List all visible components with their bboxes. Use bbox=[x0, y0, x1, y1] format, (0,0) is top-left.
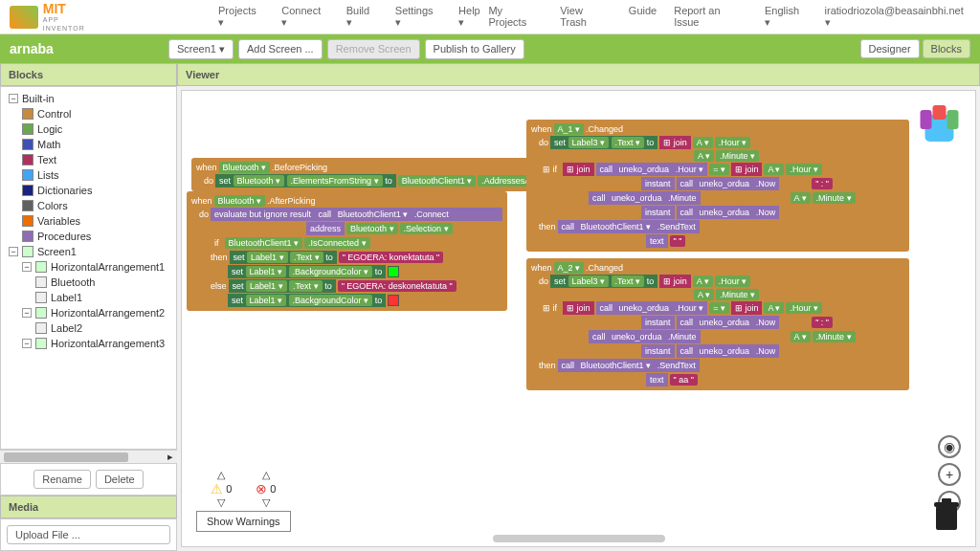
chevron-up-icon[interactable]: △ bbox=[217, 469, 225, 481]
tree-label2[interactable]: Label2 bbox=[32, 320, 172, 336]
left-panel: Blocks −Built-in Control Logic Math Text… bbox=[0, 63, 177, 551]
menu-account[interactable]: iratiodriozola@beasainbhi.net ▾ bbox=[825, 5, 970, 29]
top-menu: Projects ▾ Connect ▾ Build ▾ Settings ▾ … bbox=[218, 5, 488, 29]
publish-button[interactable]: Publish to Gallery bbox=[425, 39, 524, 59]
svg-rect-1 bbox=[921, 110, 932, 129]
trash-icon[interactable] bbox=[932, 498, 961, 532]
svg-rect-4 bbox=[936, 506, 957, 530]
block-bluetooth-afterpicking[interactable]: whenBluetooth ▾.AfterPicking doevaluate … bbox=[187, 191, 507, 311]
link-viewtrash[interactable]: View Trash bbox=[560, 5, 612, 29]
warnings-area: △⚠0▽ △⊗0▽ Show Warnings bbox=[196, 469, 291, 532]
cat-procedures[interactable]: Procedures bbox=[18, 229, 172, 244]
logo-sub: APP INVENTOR bbox=[43, 16, 85, 32]
error-icon: ⊗ bbox=[256, 481, 267, 496]
center-button[interactable]: ◉ bbox=[938, 435, 961, 458]
chevron-down-icon[interactable]: ▽ bbox=[262, 496, 270, 509]
remove-screen-button[interactable]: Remove Screen bbox=[327, 39, 420, 59]
svg-rect-6 bbox=[942, 498, 951, 503]
logo-brand: MIT bbox=[43, 1, 66, 16]
svg-rect-3 bbox=[933, 105, 947, 120]
menu-build[interactable]: Build ▾ bbox=[346, 5, 378, 29]
tree-scrollbar[interactable]: ▸ bbox=[0, 450, 177, 463]
tree-harr1[interactable]: HorizontalArrangement1 bbox=[51, 261, 165, 273]
link-myprojects[interactable]: My Projects bbox=[488, 5, 543, 29]
delete-button[interactable]: Delete bbox=[96, 470, 144, 489]
collapse-icon[interactable]: − bbox=[9, 247, 18, 256]
logo[interactable]: MITAPP INVENTOR bbox=[10, 2, 103, 33]
blocks-canvas[interactable]: whenBluetooth ▾.BeforePicking doset Blue… bbox=[181, 90, 976, 547]
warning-count: 0 bbox=[226, 483, 232, 495]
tree-builtin[interactable]: Built-in bbox=[22, 93, 55, 104]
project-bar: arnaba Screen1 ▾ Add Screen ... Remove S… bbox=[0, 34, 980, 63]
show-warnings-button[interactable]: Show Warnings bbox=[196, 511, 291, 532]
svg-rect-2 bbox=[947, 110, 959, 129]
cat-control[interactable]: Control bbox=[18, 106, 172, 121]
blocks-tree[interactable]: −Built-in Control Logic Math Text Lists … bbox=[0, 86, 177, 450]
upload-file-button[interactable]: Upload File ... bbox=[7, 525, 170, 544]
tree-screen1[interactable]: Screen1 bbox=[37, 246, 77, 257]
rename-button[interactable]: Rename bbox=[33, 470, 91, 489]
tree-label1[interactable]: Label1 bbox=[32, 290, 172, 305]
screen-selector[interactable]: Screen1 ▾ bbox=[168, 39, 234, 59]
menu-connect[interactable]: Connect ▾ bbox=[281, 5, 328, 29]
blocks-tab[interactable]: Blocks bbox=[923, 39, 970, 58]
cat-lists[interactable]: Lists bbox=[18, 167, 172, 183]
project-name: arnaba bbox=[10, 41, 54, 56]
media-panel-header: Media bbox=[0, 496, 177, 518]
tree-bluetooth[interactable]: Bluetooth bbox=[32, 275, 172, 290]
block-a1-changed[interactable]: whenA_1 ▾.Changed doset Label3 ▾ .Text ▾… bbox=[526, 120, 909, 252]
top-bar: MITAPP INVENTOR Projects ▾ Connect ▾ Bui… bbox=[0, 0, 980, 34]
menu-projects[interactable]: Projects ▾ bbox=[218, 5, 264, 29]
tree-harr3[interactable]: HorizontalArrangement3 bbox=[51, 338, 165, 349]
block-a2-changed[interactable]: whenA_2 ▾.Changed doset Label3 ▾ .Text ▾… bbox=[526, 258, 909, 390]
error-count: 0 bbox=[270, 483, 276, 495]
menu-language[interactable]: English ▾ bbox=[765, 5, 808, 29]
viewer-panel: Viewer whenBluetooth ▾.BeforePicking dos… bbox=[177, 63, 980, 551]
collapse-icon[interactable]: − bbox=[9, 94, 18, 103]
blocks-panel-header: Blocks bbox=[0, 63, 177, 86]
tree-harr2[interactable]: HorizontalArrangement2 bbox=[51, 307, 165, 319]
link-report[interactable]: Report an Issue bbox=[674, 5, 747, 29]
chevron-up-icon[interactable]: △ bbox=[262, 469, 270, 481]
cat-colors[interactable]: Colors bbox=[18, 198, 172, 213]
warning-icon: ⚠ bbox=[211, 481, 223, 496]
add-screen-button[interactable]: Add Screen ... bbox=[238, 39, 323, 59]
cat-text[interactable]: Text bbox=[18, 152, 172, 167]
chevron-down-icon[interactable]: ▽ bbox=[217, 496, 225, 509]
link-guide[interactable]: Guide bbox=[629, 5, 657, 29]
top-right: My Projects View Trash Guide Report an I… bbox=[488, 5, 970, 29]
cat-logic[interactable]: Logic bbox=[18, 121, 172, 137]
cat-variables[interactable]: Variables bbox=[18, 213, 172, 229]
block-bluetooth-beforepicking[interactable]: whenBluetooth ▾.BeforePicking doset Blue… bbox=[191, 158, 583, 191]
canvas-scrollbar[interactable] bbox=[278, 535, 880, 544]
backpack-icon[interactable] bbox=[913, 100, 966, 143]
menu-settings[interactable]: Settings ▾ bbox=[395, 5, 441, 29]
designer-tab[interactable]: Designer bbox=[860, 39, 920, 58]
logo-icon bbox=[10, 6, 38, 29]
viewer-header: Viewer bbox=[177, 63, 980, 86]
cat-math[interactable]: Math bbox=[18, 137, 172, 152]
menu-help[interactable]: Help ▾ bbox=[458, 5, 488, 29]
zoom-in-button[interactable]: + bbox=[938, 463, 961, 486]
cat-dictionaries[interactable]: Dictionaries bbox=[18, 183, 172, 198]
